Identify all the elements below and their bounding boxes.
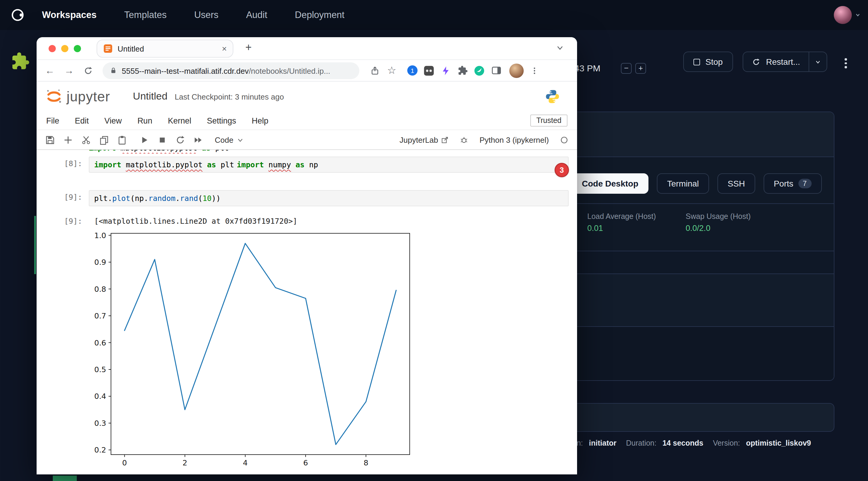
svg-text:0.9: 0.9 xyxy=(94,258,106,266)
menu-run[interactable]: Run xyxy=(137,116,152,125)
menu-view[interactable]: View xyxy=(104,116,122,125)
svg-text:2: 2 xyxy=(183,458,187,467)
notebook-title[interactable]: Untitled xyxy=(133,91,167,102)
browser-tab[interactable]: Untitled × xyxy=(97,40,234,58)
new-tab-button[interactable]: + xyxy=(245,41,252,54)
menu-help[interactable]: Help xyxy=(252,116,269,125)
nav-item-templates[interactable]: Templates xyxy=(124,9,166,21)
url-host: 5555--main--test--matifali.atif.cdr.dev xyxy=(122,66,249,75)
code-cell: [9]: plt.plot(np.random.rand(10)) xyxy=(57,190,569,206)
paste-cell-icon[interactable] xyxy=(116,133,128,146)
restart-icon xyxy=(752,57,761,66)
jupyterlab-link-label: JupyterLab xyxy=(400,135,438,144)
bookmark-star-icon[interactable]: ☆ xyxy=(386,64,398,76)
svg-text:8: 8 xyxy=(364,458,368,467)
tab-search-chevron-icon[interactable] xyxy=(556,44,564,52)
workspace-meta: Reason:initiatorDuration:14 secondsVersi… xyxy=(555,439,815,447)
stat-label: Load Average (Host) xyxy=(587,212,686,221)
cell-editor[interactable]: import matplotlib.pyplot as plt import n… xyxy=(89,157,569,173)
app-button-code-desktop[interactable]: Code Desktop xyxy=(572,173,648,194)
svg-text:4: 4 xyxy=(243,458,248,467)
window-minimize-button[interactable] xyxy=(61,45,68,52)
kernel-name[interactable]: Python 3 (ipykernel) xyxy=(479,135,549,144)
svg-text:0.7: 0.7 xyxy=(94,312,106,320)
app-button-ports[interactable]: Ports7 xyxy=(764,173,822,194)
nav-item-audit[interactable]: Audit xyxy=(246,9,267,21)
add-cell-icon[interactable] xyxy=(62,133,74,146)
stop-button-label: Stop xyxy=(706,57,723,67)
browser-profile-avatar[interactable] xyxy=(509,63,524,78)
background-green-chip xyxy=(53,476,77,481)
puzzle-extensions-icon[interactable] xyxy=(457,64,468,76)
debugger-bug-icon[interactable] xyxy=(460,135,469,144)
share-icon[interactable] xyxy=(369,64,381,76)
trusted-button[interactable]: Trusted xyxy=(530,115,567,127)
workspace-menu-kebab-icon[interactable] xyxy=(845,58,847,68)
jupyterlab-link[interactable]: JupyterLab xyxy=(400,135,449,144)
app-button-label: Ports xyxy=(774,179,793,188)
topnav-items: WorkspacesTemplatesUsersAuditDeployment xyxy=(42,9,345,21)
chevron-down-icon xyxy=(237,136,244,143)
nav-item-deployment[interactable]: Deployment xyxy=(295,9,344,21)
svg-text:1.0: 1.0 xyxy=(94,231,106,240)
lightning-extension-icon[interactable] xyxy=(440,64,452,76)
svg-text:0.8: 0.8 xyxy=(94,285,106,294)
avatar-chevron-down-icon[interactable] xyxy=(855,12,861,18)
matplotlib-line-chart: 0.20.30.40.50.60.70.80.91.002468 xyxy=(89,227,425,474)
svg-text:0.5: 0.5 xyxy=(94,365,106,374)
stop-button[interactable]: Stop xyxy=(683,52,733,72)
restart-options-button[interactable] xyxy=(809,52,827,71)
menu-kernel[interactable]: Kernel xyxy=(168,116,191,125)
notebook-content: import matplotlib.pyplot as plt [8]: imp… xyxy=(37,150,577,474)
cell-input-prompt: [9]: xyxy=(57,190,82,206)
user-avatar[interactable] xyxy=(834,6,852,24)
restart-button[interactable]: Restart... xyxy=(743,52,809,71)
restart-split-button: Restart... xyxy=(743,52,827,72)
zoom-out-button[interactable]: − xyxy=(621,63,632,74)
svg-text:0.4: 0.4 xyxy=(94,392,106,400)
copy-cell-icon[interactable] xyxy=(98,133,111,146)
cell-type-select[interactable]: Code xyxy=(215,135,244,144)
tab-close-icon[interactable]: × xyxy=(222,44,227,53)
menu-file[interactable]: File xyxy=(46,116,59,125)
save-icon[interactable] xyxy=(44,133,56,146)
svg-text:0.3: 0.3 xyxy=(94,419,106,428)
nav-item-users[interactable]: Users xyxy=(194,9,218,21)
onepassword-extension-icon[interactable]: 1 xyxy=(406,64,418,76)
window-zoom-button[interactable] xyxy=(74,45,81,52)
run-all-cells-icon[interactable] xyxy=(192,133,205,146)
monkey-extension-icon[interactable] xyxy=(423,64,435,76)
app-button-ssh[interactable]: SSH xyxy=(717,173,755,194)
svg-text:6: 6 xyxy=(303,458,308,467)
nav-item-workspaces[interactable]: Workspaces xyxy=(42,9,97,21)
url-omnibox[interactable]: 5555--main--test--matifali.atif.cdr.dev/… xyxy=(102,62,359,79)
restart-kernel-icon[interactable] xyxy=(174,133,187,146)
forward-arrow-icon[interactable]: → xyxy=(62,63,76,78)
browser-menu-kebab-icon[interactable] xyxy=(528,64,540,76)
run-cell-icon[interactable] xyxy=(138,133,151,146)
url-path: /notebooks/Untitled.ip... xyxy=(249,66,330,75)
side-panel-icon[interactable] xyxy=(490,64,502,76)
reload-icon[interactable] xyxy=(81,63,95,78)
stat-label: Swap Usage (Host) xyxy=(686,212,784,221)
meta-value-reason: initiator xyxy=(589,439,617,447)
menu-settings[interactable]: Settings xyxy=(207,116,236,125)
zoom-in-button[interactable]: + xyxy=(635,63,646,74)
svg-text:0: 0 xyxy=(122,458,127,467)
menu-edit[interactable]: Edit xyxy=(75,116,89,125)
window-close-button[interactable] xyxy=(49,45,56,52)
back-arrow-icon[interactable]: ← xyxy=(42,63,57,78)
code-cell: [8]: import matplotlib.pyplot as plt imp… xyxy=(57,157,569,173)
top-navigation-bar: WorkspacesTemplatesUsersAuditDeployment xyxy=(0,0,868,30)
meta-label-duration: Duration: xyxy=(626,439,656,447)
interrupt-kernel-icon[interactable] xyxy=(156,133,168,146)
leaf-extension-icon[interactable] xyxy=(473,64,485,76)
external-link-icon xyxy=(441,136,449,143)
cell-type-value: Code xyxy=(215,135,234,144)
coder-logo[interactable] xyxy=(9,7,26,23)
toolbar-right-cluster: JupyterLab Python 3 (ipykernel) xyxy=(400,135,570,144)
cut-cell-icon[interactable] xyxy=(80,133,92,146)
kernel-status-icon xyxy=(560,135,569,144)
app-button-terminal[interactable]: Terminal xyxy=(657,173,709,194)
cell-editor[interactable]: plt.plot(np.random.rand(10)) xyxy=(89,190,569,206)
